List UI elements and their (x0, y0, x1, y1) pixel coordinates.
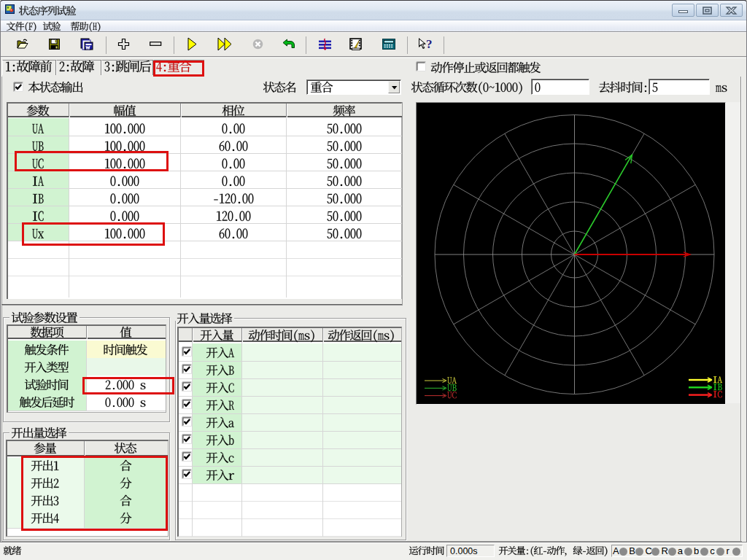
svg-text:?: ? (426, 37, 433, 51)
